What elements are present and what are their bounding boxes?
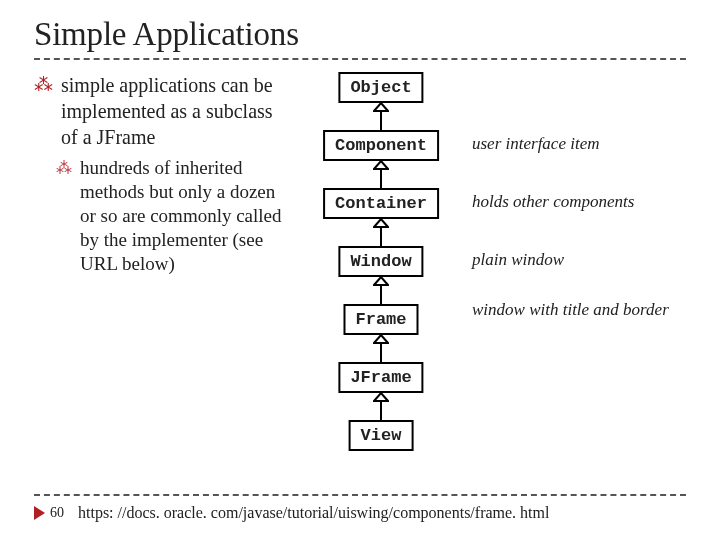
text-column: ⁂ simple applications can be implemented… [34,72,290,276]
arrow-icon [373,276,389,304]
bullet-item: ⁂ simple applications can be implemented… [34,72,282,150]
title-divider [34,58,686,60]
node-component: Component [323,130,439,161]
node-window: Window [338,246,423,277]
note-frame: window with title and border [472,300,669,320]
node-view: View [349,420,414,451]
bullet-glyph-icon: ⁂ [34,72,53,98]
node-object: Object [338,72,423,103]
arrow-icon [373,102,389,130]
sub-bullet-text: hundreds of inherited methods but only a… [80,156,282,276]
footer-divider [34,494,686,496]
arrow-icon [373,392,389,420]
bullet-glyph-icon: ⁂ [56,156,72,180]
bullet-text: simple applications can be implemented a… [61,72,282,150]
arrow-icon [373,334,389,362]
note-window: plain window [472,250,564,270]
page-number: 60 [50,505,64,521]
note-component: user interface item [472,134,599,154]
note-container: holds other components [472,192,634,212]
node-container: Container [323,188,439,219]
node-frame: Frame [343,304,418,335]
slide-body: ⁂ simple applications can be implemented… [34,72,686,276]
node-jframe: JFrame [338,362,423,393]
sub-bullet-item: ⁂ hundreds of inherited methods but only… [56,156,282,276]
arrow-icon [373,160,389,188]
arrow-icon [373,218,389,246]
page-number-wrap: 60 [34,505,64,521]
triangle-icon [34,506,45,520]
slide-title: Simple Applications [34,16,686,53]
footer-link: https: //docs. oracle. com/javase/tutori… [78,504,549,522]
slide-footer: 60 https: //docs. oracle. com/javase/tut… [34,494,686,522]
